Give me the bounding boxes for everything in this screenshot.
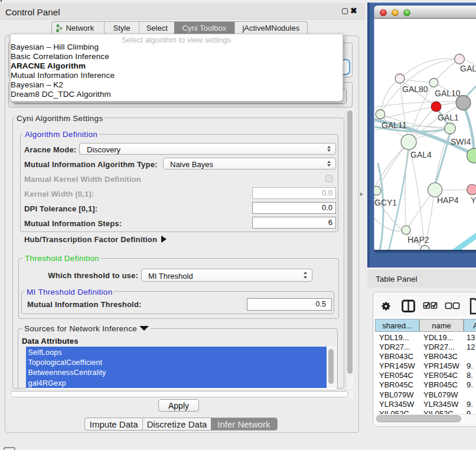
svg-text:GAL80: GAL80 bbox=[402, 84, 428, 94]
svg-text:GAL11: GAL11 bbox=[382, 120, 407, 130]
svg-text:YJ: YJ bbox=[471, 195, 476, 205]
svg-text:GAL7: GAL7 bbox=[460, 64, 476, 73]
svg-text:GAL10: GAL10 bbox=[435, 89, 461, 98]
svg-text:SWI4: SWI4 bbox=[451, 137, 471, 146]
svg-text:HAP2: HAP2 bbox=[407, 235, 429, 244]
svg-text:GAL4: GAL4 bbox=[410, 150, 432, 159]
svg-text:GCY1: GCY1 bbox=[374, 198, 397, 207]
svg-text:GAL1: GAL1 bbox=[438, 113, 459, 122]
svg-text:HAP4: HAP4 bbox=[437, 195, 459, 205]
